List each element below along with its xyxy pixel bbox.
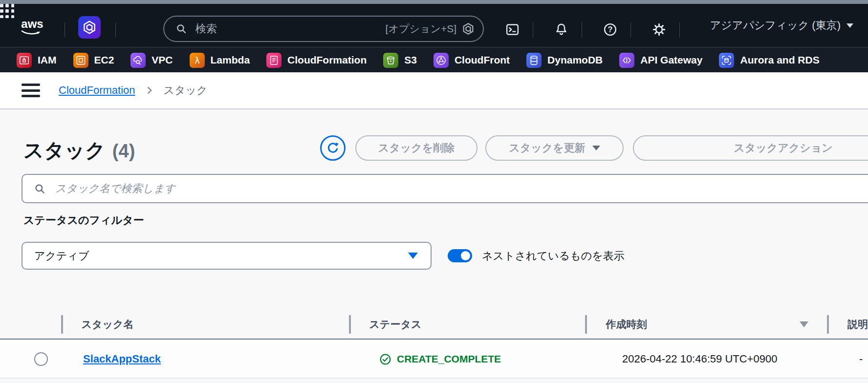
stack-search-box[interactable] [22, 174, 868, 203]
breadcrumb-row: CloudFormation スタック [0, 72, 868, 109]
status-text: CREATE_COMPLETE [397, 353, 501, 365]
status-filter-label: ステータスのフィルター [23, 213, 144, 228]
stacks-table-header: スタック名ステータス作成時刻説明 [0, 310, 868, 340]
region-selector[interactable]: アジアパシフィック (東京) [710, 4, 853, 47]
chevron-right-icon [144, 85, 155, 96]
status-filter-select[interactable]: アクティブ [22, 242, 432, 270]
svg-text:?: ? [608, 25, 612, 34]
favorite-service-aurora-and-rds[interactable]: Aurora and RDS [719, 53, 819, 68]
selection-cell [0, 340, 63, 378]
favorite-service-label: API Gateway [640, 54, 702, 66]
description-cell: - [849, 340, 868, 378]
topbar-divider [582, 22, 582, 37]
region-label: アジアパシフィック (東京) [710, 18, 841, 33]
favorite-service-label: Lambda [211, 54, 250, 66]
page-title-row: スタック (4) [23, 137, 135, 164]
status-filter-value: アクティブ [34, 249, 89, 263]
topbar-divider [630, 22, 631, 37]
ec2-icon [73, 53, 88, 68]
table-row: SlackAppStackCREATE_COMPLETE2026-04-22 1… [0, 340, 868, 379]
cloudformation-icon [266, 53, 282, 68]
aws-console-window: aws [オプション+S] ? アジアパシフィック (東京) IAMEC2VPC… [0, 0, 868, 383]
favorite-service-label: Aurora and RDS [740, 54, 819, 66]
row-select-radio[interactable] [34, 352, 48, 366]
amazon-q-icon[interactable] [78, 16, 101, 39]
settings-gear-icon[interactable] [649, 20, 669, 39]
column-header-label: スタック名 [82, 318, 134, 331]
help-icon[interactable]: ? [600, 20, 620, 39]
action-button[interactable]: スタックアクション [633, 135, 868, 161]
dynamodb-icon [526, 53, 542, 68]
side-menu-hamburger-icon[interactable] [22, 84, 40, 97]
aws-logo[interactable]: aws [18, 17, 47, 38]
caret-down-icon [592, 146, 600, 150]
action-button[interactable]: スタックを削除 [355, 135, 477, 161]
stack-status-cell: CREATE_COMPLETE [358, 340, 601, 378]
stacks-table-body: SlackAppStackCREATE_COMPLETE2026-04-22 1… [0, 340, 868, 379]
iam-icon [17, 53, 32, 68]
created-time-cell: 2026-04-22 10:46:59 UTC+0900 [601, 340, 849, 378]
breadcrumb-service-link[interactable]: CloudFormation [59, 84, 135, 97]
column-divider[interactable] [585, 315, 587, 334]
sort-descending-icon [800, 321, 808, 327]
column-header[interactable]: スタック名 [61, 310, 349, 339]
stack-name-cell: SlackAppStack [63, 340, 358, 378]
column-header-label: 作成時刻 [606, 318, 647, 331]
column-header[interactable]: 作成時刻 [585, 310, 827, 339]
cloudfront-icon [434, 53, 449, 68]
favorite-service-dynamodb[interactable]: DynamoDB [526, 53, 603, 68]
column-header[interactable]: ステータス [349, 310, 586, 339]
global-search-box[interactable]: [オプション+S] [163, 16, 484, 42]
favorite-service-label: S3 [404, 54, 417, 66]
favorite-service-iam[interactable]: IAM [17, 53, 57, 68]
favorite-service-cloudformation[interactable]: CloudFormation [266, 53, 367, 68]
services-favorites-bar: IAMEC2VPCλLambdaCloudFormationS3CloudFro… [0, 47, 868, 73]
description-text: - [859, 353, 863, 365]
breadcrumb: CloudFormation スタック [59, 83, 208, 98]
action-button[interactable]: スタックを更新 [485, 135, 624, 161]
search-icon [175, 22, 188, 35]
topbar-divider [533, 22, 533, 37]
column-header-label: 説明 [847, 318, 868, 331]
search-icon [33, 182, 46, 195]
created-time-text: 2026-04-22 10:46:59 UTC+0900 [622, 353, 777, 365]
stack-search-input[interactable] [54, 182, 868, 195]
lambda-icon: λ [190, 53, 205, 68]
caret-down-icon [408, 253, 418, 259]
global-search-input[interactable] [195, 22, 386, 36]
favorite-service-api-gateway[interactable]: API Gateway [619, 53, 702, 68]
check-circle-icon [379, 353, 392, 366]
favorite-service-lambda[interactable]: λLambda [190, 53, 250, 68]
topbar-divider [679, 22, 680, 37]
notifications-bell-icon[interactable] [551, 20, 571, 39]
breadcrumb-current: スタック [164, 83, 208, 98]
vpc-icon [130, 53, 146, 68]
refresh-button[interactable] [320, 135, 346, 161]
show-nested-toggle[interactable] [448, 249, 472, 262]
svg-text:λ: λ [195, 55, 199, 65]
column-header[interactable]: 説明 [827, 310, 868, 339]
search-shortcut-hint: [オプション+S] [386, 22, 456, 36]
selection-column-header [0, 310, 61, 339]
window-top-strip [0, 0, 868, 4]
caret-down-icon [846, 23, 853, 28]
column-header-label: ステータス [369, 318, 422, 331]
stack-count-badge: (4) [112, 141, 135, 162]
topbar-divider [65, 22, 65, 37]
s3-icon [383, 53, 398, 68]
favorite-service-label: CloudFormation [287, 54, 367, 66]
favorite-service-label: EC2 [94, 54, 114, 66]
favorite-service-s3[interactable]: S3 [383, 53, 417, 68]
cloudshell-icon[interactable] [502, 20, 522, 39]
column-divider[interactable] [61, 315, 63, 334]
column-divider[interactable] [349, 315, 351, 334]
nested-toggle-group: ネストされているものを表示 [448, 242, 625, 270]
favorite-service-ec2[interactable]: EC2 [73, 53, 114, 68]
column-divider[interactable] [827, 315, 829, 334]
stack-name-link[interactable]: SlackAppStack [83, 353, 161, 365]
services-grid-icon[interactable] [0, 4, 15, 19]
favorite-service-label: IAM [38, 54, 57, 66]
favorite-service-cloudfront[interactable]: CloudFront [434, 53, 510, 68]
favorite-service-vpc[interactable]: VPC [130, 53, 173, 68]
status-badge: CREATE_COMPLETE [379, 353, 501, 366]
